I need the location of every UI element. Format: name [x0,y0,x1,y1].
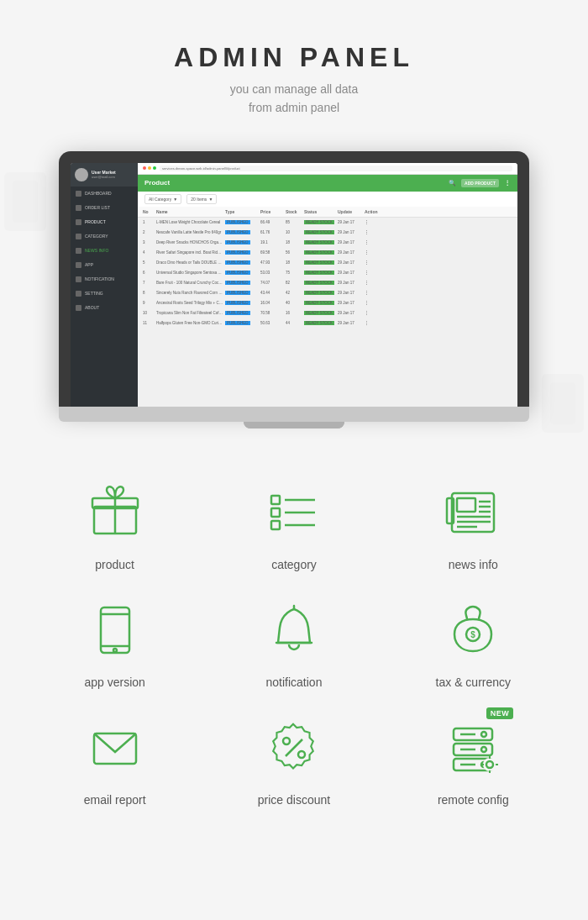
remote-config-icon-wrapper: NEW [439,714,507,781]
feature-email-report[interactable]: email report [34,714,196,807]
browser-bar: services.dream-space.web.id/admin-panel/… [138,163,517,175]
admin-user-email: user@mail.com [92,175,134,179]
admin-table: No Name Type Price Stock Status Update A… [138,207,517,407]
table-row: 4 River Safari Singapore incl. Boat Ride… [138,248,517,258]
notification-icon [76,276,81,282]
browser-dots [143,166,156,170]
laptop-screen: User Market user@mail.com DASHBOARD ORDE… [71,163,517,407]
admin-sidebar-header: User Market user@mail.com [71,163,138,187]
news-info-icon-wrapper [439,479,507,546]
app-version-icon-wrapper [81,597,149,664]
feature-notification[interactable]: notification [213,597,375,689]
table-header: No Name Type Price Stock Status Update A… [138,207,517,218]
app-version-label: app version [84,676,144,689]
svg-rect-21 [447,498,454,523]
price-discount-icon-wrapper [260,714,328,781]
nav-about[interactable]: ABOUT [71,301,138,315]
svg-line-31 [286,739,302,756]
filter-bar: All Category ▼ 20 Items ▼ [138,192,517,207]
category-label: category [271,558,317,571]
nav-notification[interactable]: NOTIFICATION [71,272,138,287]
feature-category[interactable]: category [213,479,375,571]
deco-left-shape [0,168,50,235]
svg-rect-11 [271,521,280,529]
browser-url: services.dream-space.web.id/admin-panel/… [160,166,512,171]
svg-point-33 [298,751,305,758]
category-filter[interactable]: All Category ▼ [144,194,181,204]
setting-icon [76,291,81,297]
table-row: 9 Ancestral Roots Seed Trilogy Mix + Coc… [138,298,517,308]
table-row: 11 Halfpops Gluten Free Non-GMO Curiousl… [138,318,517,329]
remote-config-label: remote config [438,793,509,807]
nav-setting[interactable]: SETTING [71,287,138,301]
laptop-base [59,407,529,422]
table-row: 1 L-MEN Lose Weight Chocolate Cereal PUB… [138,218,517,228]
email-report-icon-wrapper [81,714,149,781]
table-row: 10 Tropicana Slim Non Fat Filtesteel Cof… [138,308,517,318]
feature-product[interactable]: product [34,479,196,571]
svg-point-32 [283,738,290,744]
category-icon-wrapper [260,479,328,546]
order-list-icon [76,205,81,211]
table-row: 8 Sincerely Nuts Ranch Flavored Corn Ker… [138,288,517,298]
news-icon [76,248,81,254]
price-discount-label: price discount [258,793,330,807]
svg-text:$: $ [471,630,476,639]
feature-remote-config[interactable]: NEWremote config [392,714,554,807]
browser-dot-yellow [148,166,151,170]
svg-rect-9 [271,508,280,517]
features-grid: product category news info [34,479,554,807]
table-row: 7 Bare Fruit - 100 Natural Crunchy Cocon… [138,278,517,288]
search-icon[interactable]: 🔍 [449,180,456,187]
dashboard-icon [76,191,81,197]
svg-rect-7 [271,496,280,504]
nav-dashboard[interactable]: DASHBOARD [71,187,138,201]
feature-tax-currency[interactable]: $ tax & currency [392,597,554,689]
table-row: 2 Nescafe Vanilla Latte Nestle Pro 640gr… [138,228,517,238]
add-product-button[interactable]: ADD PRODUCT [461,179,499,187]
feature-app-version[interactable]: app version [34,597,196,689]
deco-right-shape [538,370,588,437]
svg-point-38 [481,747,486,752]
app-icon [76,262,81,268]
product-icon-wrapper [81,479,149,546]
admin-ui: User Market user@mail.com DASHBOARD ORDE… [71,163,517,407]
category-icon [76,234,81,239]
nav-app[interactable]: APP [71,258,138,272]
browser-dot-green [153,166,156,170]
svg-rect-14 [457,498,475,512]
about-icon [76,305,81,311]
svg-point-25 [113,649,117,652]
features-section: product category news info [0,454,588,823]
feature-price-discount[interactable]: price discount [213,714,375,807]
admin-main: services.dream-space.web.id/admin-panel/… [138,163,517,407]
topbar-actions: 🔍 ADD PRODUCT ⋮ [449,179,511,187]
table-row: 6 Universal Studio Singapore Sentosa Adu… [138,268,517,278]
email-report-label: email report [84,793,146,807]
nav-news-info[interactable]: NEWS INFO [71,244,138,258]
laptop-section: User Market user@mail.com DASHBOARD ORDE… [0,143,588,454]
nav-category[interactable]: CATEGORY [71,229,138,244]
admin-topbar: Product 🔍 ADD PRODUCT ⋮ [138,175,517,192]
more-icon[interactable]: ⋮ [504,179,511,187]
nav-product[interactable]: PRODUCT [71,215,138,229]
nav-order-list[interactable]: ORDER LIST [71,201,138,215]
notification-label: notification [266,676,323,689]
page-subtitle: you can manage all data from admin panel [17,80,571,118]
laptop-outer: User Market user@mail.com DASHBOARD ORDE… [59,151,529,407]
items-filter[interactable]: 20 Items ▼ [186,194,217,204]
browser-dot-red [143,166,146,170]
notification-icon-wrapper [260,597,328,664]
tax-currency-icon-wrapper: $ [439,597,507,664]
svg-point-37 [481,732,486,737]
new-badge: NEW [486,707,514,719]
table-row: 5 Draco Dino Heads or Tails DOUBLE STUF … [138,258,517,268]
news-info-label: news info [449,558,498,571]
feature-news-info[interactable]: news info [392,479,554,571]
svg-point-43 [483,758,496,771]
admin-avatar [75,168,88,181]
product-icon [76,219,81,225]
table-row: 3 Deep River Snacks HONCHOS Organic Nach… [138,238,517,248]
topbar-title: Product [144,179,170,187]
laptop-wrapper: User Market user@mail.com DASHBOARD ORDE… [59,151,529,428]
